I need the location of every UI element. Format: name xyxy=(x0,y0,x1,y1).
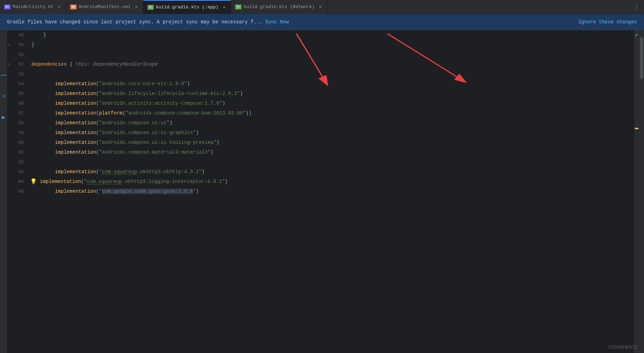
left-panel: ) ▷ ▶ xyxy=(0,30,7,353)
kotlin-file-icon: Kt xyxy=(4,5,10,9)
tab-gradle-app-label: build.gradle.kts (:app) xyxy=(156,5,218,10)
line-57: 57 xyxy=(7,108,28,118)
tab-gradle-app-close[interactable]: ✕ xyxy=(222,4,226,10)
tab-mainactivity-close[interactable]: ✕ xyxy=(57,4,61,10)
gradle-network-file-icon: 🐘 xyxy=(235,5,241,9)
sync-now-link[interactable]: Sync Now xyxy=(265,19,289,25)
warning-indicator xyxy=(635,128,638,129)
tab-gradle-network-label: build.gradle.kts (Network) xyxy=(244,4,314,9)
code-line-57: implementation ( platform ( "androidx.co… xyxy=(31,108,634,118)
line-52: ▽ 52 xyxy=(7,59,28,69)
line-51: 51 xyxy=(7,50,28,59)
watermark: CSDN@修宋宝 xyxy=(608,344,637,350)
tab-androidmanifest-label: AndroidManifest.xml xyxy=(79,4,130,9)
line-60: 60 xyxy=(7,138,28,147)
ignore-changes-link[interactable]: Ignore these changes xyxy=(578,19,637,25)
code-line-65: implementation ( "com.google.code.gson:g… xyxy=(31,186,634,196)
code-line-62 xyxy=(31,157,634,167)
no-errors-indicator: ✔ xyxy=(635,31,638,38)
tab-gradle-app[interactable]: 🐘 build.gradle.kts (:app) ✕ xyxy=(143,0,231,14)
notification-message-text: Gradle files have changed since last pro… xyxy=(7,19,262,25)
line-64: 64 xyxy=(7,177,28,186)
line-56: 56 xyxy=(7,98,28,108)
code-line-60: implementation ( "androidx.compose.ui:ui… xyxy=(31,138,634,147)
fold-icon-50[interactable]: ▽ xyxy=(8,43,10,47)
gradle-sync-notification: Gradle files have changed since last pro… xyxy=(0,14,644,30)
code-editor[interactable]: } } dependencies { this: DependencyHandl… xyxy=(28,30,634,353)
code-line-63: implementation ( "com.squareup.okhttp3:o… xyxy=(31,167,634,177)
tab-androidmanifest-close[interactable]: ✕ xyxy=(134,4,139,10)
bulb-icon[interactable]: 💡 xyxy=(30,178,37,185)
bracket-indicator: ) xyxy=(0,74,7,78)
line-49: 49 xyxy=(7,30,28,40)
code-line-55: implementation ( "androidx.lifecycle:lif… xyxy=(31,89,634,98)
fold-icon-52[interactable]: ▽ xyxy=(8,62,10,67)
code-line-52: dependencies { this: DependencyHandlerSc… xyxy=(31,59,634,69)
tab-bar: Kt MainActivity.kt ✕ MF AndroidManifest.… xyxy=(0,0,644,14)
tab-androidmanifest[interactable]: MF AndroidManifest.xml ✕ xyxy=(66,0,143,14)
vertical-scrollbar[interactable] xyxy=(639,30,644,353)
gradle-app-file-icon: 🐘 xyxy=(147,5,154,10)
line-62: 62 xyxy=(7,157,28,167)
line-50: ▽ 50 xyxy=(7,40,28,50)
line-65: 65 xyxy=(7,186,28,196)
line-58: 58 xyxy=(7,118,28,128)
code-line-59: implementation ( "androidx.compose.ui:ui… xyxy=(31,128,634,138)
tab-gradle-network[interactable]: 🐘 build.gradle.kts (Network) ✕ xyxy=(231,0,327,14)
xml-file-icon: MF xyxy=(70,5,77,9)
tab-gradle-network-close[interactable]: ✕ xyxy=(318,4,323,10)
line-54: 54 xyxy=(7,79,28,89)
arrow-left-indicator: ▷ xyxy=(2,93,5,100)
line-53: 53 xyxy=(7,69,28,79)
code-line-58: implementation ( "androidx.compose.ui:ui… xyxy=(31,118,634,128)
right-gutter: ✔ xyxy=(634,30,639,353)
line-55: 55 xyxy=(7,89,28,98)
code-line-50: } xyxy=(31,40,634,50)
more-tabs-button[interactable]: ⋮ xyxy=(629,3,644,11)
line-61: 61 xyxy=(7,147,28,157)
code-line-51 xyxy=(31,50,634,59)
notification-message: Gradle files have changed since last pro… xyxy=(7,19,569,25)
editor-area: ) ▷ ▶ 49 ▽ 50 51 ▽ 52 53 54 55 56 57 58 … xyxy=(0,30,644,353)
code-line-53 xyxy=(31,69,634,79)
line-59: 59 xyxy=(7,128,28,138)
scrollbar-thumb[interactable] xyxy=(640,37,643,79)
code-line-64: 💡 implementation ( "com.squareup.okhttp3… xyxy=(31,177,634,186)
line-63: 63 xyxy=(7,167,28,177)
code-line-56: implementation ( "androidx.activity:acti… xyxy=(31,98,634,108)
code-line-49: } xyxy=(31,30,634,40)
code-line-54: implementation ( "androidx.core:core-ktx… xyxy=(31,79,634,89)
tab-mainactivity[interactable]: Kt MainActivity.kt ✕ xyxy=(0,0,66,14)
arrow-indicator-2: ▶ xyxy=(2,114,5,121)
tab-mainactivity-label: MainActivity.kt xyxy=(13,4,53,9)
code-line-61: implementation ( "androidx.compose.mater… xyxy=(31,147,634,157)
line-numbers-gutter: 49 ▽ 50 51 ▽ 52 53 54 55 56 57 58 59 60 … xyxy=(7,30,28,353)
